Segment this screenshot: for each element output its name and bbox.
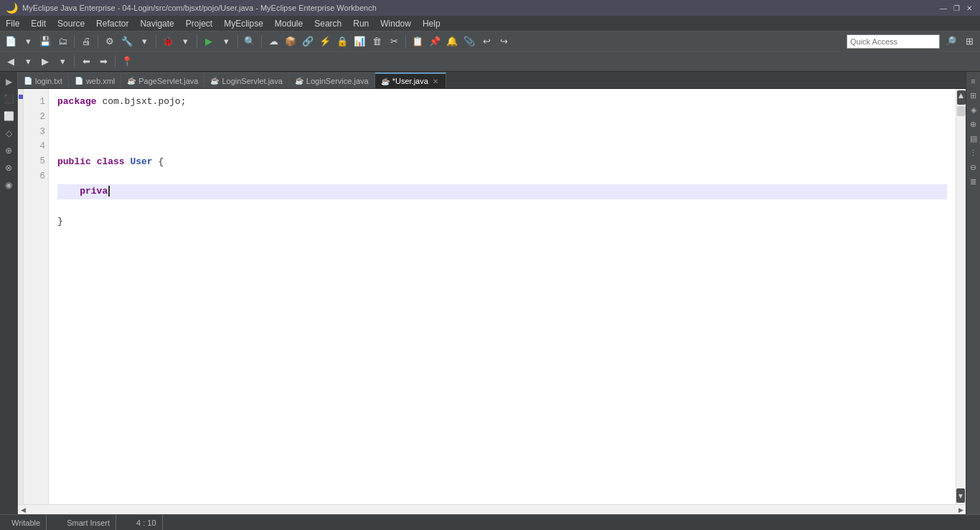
tab-login-servlet[interactable]: ☕ LoginServlet.java (204, 72, 288, 88)
title-bar-controls[interactable]: — ❐ ✕ (938, 3, 974, 13)
more-9[interactable]: 📋 (410, 34, 425, 49)
more-6[interactable]: 📊 (352, 34, 367, 49)
far-right-icon-4[interactable]: ⊕ (967, 118, 980, 131)
toolbar-row-1: 📄 ▾ 💾 🗂 🖨 ⚙ 🔧 ▾ 🐞 ▾ ▶ ▾ 🔍 ☁ 📦 🔗 ⚡ 🔒 📊 🗑 … (0, 32, 980, 52)
line-num-2: 2 (27, 110, 45, 125)
menu-window[interactable]: Window (374, 16, 417, 32)
tab-icon-lservlet: ☕ (210, 77, 219, 85)
keyword-class: class (97, 156, 125, 167)
tab-label-login: login.txt (35, 77, 62, 85)
more-8[interactable]: ✂ (386, 34, 402, 49)
scroll-thumb[interactable] (957, 106, 966, 116)
sidebar-icon-3[interactable]: ⬜ (1, 109, 16, 123)
scroll-right-arrow[interactable]: ▶ (956, 505, 966, 515)
run-btn[interactable]: ▶ (201, 34, 217, 49)
more-3[interactable]: 🔗 (300, 34, 316, 49)
menu-module[interactable]: Module (269, 16, 308, 32)
far-right-icon-7[interactable]: ⊖ (967, 161, 980, 174)
new-button[interactable]: 📄 (3, 34, 19, 49)
keyword-public: public (57, 156, 91, 167)
sidebar-icon-6[interactable]: ⊗ (1, 161, 16, 175)
main-layout: ▶ ⬛ ⬜ ◇ ⊕ ⊗ ◉ 📄 login.txt 📄 web.xml ☕ Pa… (0, 72, 980, 514)
sidebar-icon-2[interactable]: ⬛ (1, 92, 16, 106)
more-5[interactable]: 🔒 (334, 34, 350, 49)
code-editor[interactable]: 1 2 3 4 5 6 package com.bjsxt.pojo; publ… (18, 89, 966, 504)
more-12[interactable]: 📎 (461, 34, 477, 49)
new-dropdown[interactable]: ▾ (20, 34, 36, 49)
menu-myeclipse[interactable]: MyEclipse (218, 16, 269, 32)
separator-4 (197, 35, 197, 48)
separator-1 (74, 35, 75, 48)
far-right-icon-6[interactable]: ⋮ (967, 146, 980, 159)
tool-1[interactable]: ⚙ (102, 34, 118, 49)
more-2[interactable]: 📦 (283, 34, 298, 49)
menu-refactor[interactable]: Refactor (90, 16, 134, 32)
quick-access-input[interactable] (847, 34, 940, 49)
sidebar-icon-1[interactable]: ▶ (1, 75, 16, 89)
far-right-icon-3[interactable]: ◈ (967, 103, 980, 116)
last-edit[interactable]: 📍 (119, 54, 135, 70)
tab-close-user[interactable]: ✕ (431, 77, 440, 85)
forward-btn[interactable]: ▶ (37, 54, 53, 70)
forward-dropdown[interactable]: ▾ (55, 54, 70, 70)
save-all-button[interactable]: 🗂 (55, 34, 70, 49)
sidebar-icon-7[interactable]: ◉ (1, 178, 16, 192)
menu-edit[interactable]: Edit (25, 16, 52, 32)
separator-6 (261, 35, 262, 48)
back-btn[interactable]: ◀ (3, 54, 19, 70)
code-content[interactable]: package com.bjsxt.pojo; public class Use… (49, 89, 956, 504)
more-10[interactable]: 📌 (427, 34, 443, 49)
menu-file[interactable]: File (0, 16, 25, 32)
print-button[interactable]: 🖨 (78, 34, 94, 49)
scroll-thumb-down[interactable]: ▼ (956, 488, 965, 503)
status-writable: Writable (6, 515, 47, 530)
maximize-button[interactable]: ❐ (951, 3, 961, 13)
horizontal-scrollbar[interactable]: ◀ ▶ (18, 504, 966, 514)
menu-project[interactable]: Project (180, 16, 218, 32)
debug-dropdown[interactable]: ▾ (177, 34, 193, 49)
scroll-left-arrow[interactable]: ◀ (18, 505, 28, 515)
minimize-button[interactable]: — (938, 3, 948, 13)
sidebar-icon-4[interactable]: ◇ (1, 126, 16, 141)
debug-btn[interactable]: 🐞 (160, 34, 176, 49)
far-right-icon-5[interactable]: ▤ (967, 132, 980, 145)
tab-web-xml[interactable]: 📄 web.xml (69, 72, 121, 88)
line-num-6: 6 (27, 169, 45, 184)
more-11[interactable]: 🔔 (444, 34, 460, 49)
far-right-icon-2[interactable]: ⊞ (967, 89, 980, 102)
close-button[interactable]: ✕ (964, 3, 974, 13)
save-button[interactable]: 💾 (37, 34, 53, 49)
tab-label-lservice: LoginService.java (306, 77, 369, 85)
tab-label-lservlet: LoginServlet.java (222, 77, 282, 85)
menu-navigate[interactable]: Navigate (134, 16, 179, 32)
next-edit[interactable]: ➡ (95, 54, 111, 70)
prev-edit[interactable]: ⬅ (78, 54, 94, 70)
scroll-thumb-up[interactable]: ▲ (957, 90, 966, 105)
tab-login-service[interactable]: ☕ LoginService.java (289, 72, 375, 88)
bookmark-gutter (18, 89, 24, 504)
more-7[interactable]: 🗑 (369, 34, 385, 49)
menu-source[interactable]: Source (52, 16, 90, 32)
more-4[interactable]: ⚡ (317, 34, 333, 49)
tab-login-txt[interactable]: 📄 login.txt (18, 72, 69, 88)
perspective-btn[interactable]: ⊞ (961, 34, 977, 49)
more-14[interactable]: ↪ (496, 34, 512, 49)
far-right-icon-1[interactable]: ≡ (967, 75, 980, 87)
more-1[interactable]: ☁ (265, 34, 281, 49)
search-btn[interactable]: 🔍 (242, 34, 258, 49)
menu-run[interactable]: Run (347, 16, 374, 32)
tab-icon-page: ☕ (127, 77, 136, 85)
vertical-scrollbar[interactable]: ▲ ▼ (956, 89, 966, 504)
tab-page-servlet[interactable]: ☕ PageServlet.java (121, 72, 204, 88)
back-dropdown[interactable]: ▾ (20, 54, 36, 70)
sidebar-icon-5[interactable]: ⊕ (1, 143, 16, 158)
tool-3[interactable]: ▾ (136, 34, 152, 49)
menu-help[interactable]: Help (417, 16, 446, 32)
quick-access-icon[interactable]: 🔎 (943, 34, 958, 49)
tool-2[interactable]: 🔧 (119, 34, 135, 49)
menu-search[interactable]: Search (308, 16, 347, 32)
tab-user-java[interactable]: ☕ *User.java ✕ (375, 72, 446, 88)
run-dropdown[interactable]: ▾ (218, 34, 234, 49)
far-right-icon-8[interactable]: ≣ (967, 175, 980, 188)
more-13[interactable]: ↩ (479, 34, 494, 49)
